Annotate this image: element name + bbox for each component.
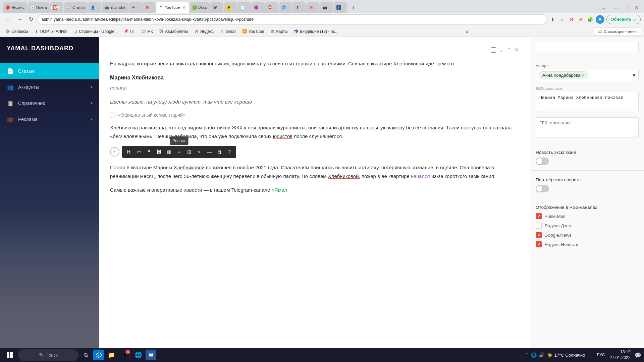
tab-favicon-6: 📺 [104, 5, 109, 10]
rss-checkbox-gnews[interactable]: ✓ [536, 232, 542, 238]
top-border-input[interactable] [536, 41, 639, 53]
bookmark-portugal[interactable]: f ПОРТУГАЛИЯ [32, 27, 70, 36]
bookmarks-more-button[interactable]: » [464, 28, 470, 35]
reading-list-button[interactable]: 📖 Список для чтения [594, 27, 641, 36]
expand-icon[interactable]: ⌃ [506, 45, 512, 55]
tab-12[interactable]: F [224, 2, 237, 13]
tab-13[interactable]: 📄 [237, 2, 251, 13]
tab-20[interactable]: f [334, 2, 347, 13]
minimize-button[interactable]: — [610, 4, 620, 11]
toolbar-heading-btn[interactable]: H [124, 147, 133, 157]
sidebar-item-articles[interactable]: 📄 Статьи [0, 63, 99, 79]
top-checkbox[interactable] [491, 47, 496, 53]
bookmark-mk[interactable]: 📰 МК [139, 27, 156, 36]
add-block-button[interactable]: + [110, 147, 119, 157]
rss-checkbox-dzen[interactable] [536, 223, 542, 229]
bookmark-google[interactable]: 📊 Страницы - Google... [70, 27, 120, 36]
toolbar-image-btn[interactable]: 🖼 [154, 147, 164, 157]
sidebar-item-accounts[interactable]: 👥 Аккаунты ▾ [0, 79, 99, 95]
toolbar-help-btn[interactable]: ? [225, 147, 234, 157]
address-input[interactable] [38, 15, 547, 24]
chrome-taskbar-icon[interactable]: 🌐 [132, 349, 144, 361]
bookmark-yandex[interactable]: Я Яндекс [192, 27, 216, 36]
author-field[interactable]: Анна Кондабарова × ▾ [536, 69, 639, 81]
tab-18[interactable]: Я [306, 2, 320, 13]
tab-list-button[interactable]: ⌄ [600, 4, 609, 11]
bookmark-inbox[interactable]: 📬 Входящие (13) - m... [291, 27, 340, 36]
bookmark-youtube[interactable]: ▶️ YouTube [239, 27, 267, 36]
tab-close-active[interactable]: ✕ [181, 5, 186, 10]
bookmark-maps[interactable]: 🗺️ Карты [268, 27, 290, 36]
seo-desc-input[interactable] [536, 117, 639, 137]
back-button[interactable]: ← [3, 15, 13, 24]
maximize-button[interactable]: ⬜ [621, 4, 631, 11]
tab-5[interactable]: 👤 [88, 2, 101, 13]
extensions-icon[interactable]: 🧩 [586, 15, 594, 23]
author-remove-button[interactable]: × [582, 73, 585, 78]
tab-10[interactable]: 🟩Docs [190, 2, 210, 13]
notification-icon[interactable]: 💬 [635, 352, 641, 358]
taskview-icon[interactable]: ⧉ [80, 349, 92, 361]
sidebar-item-advertising[interactable]: 💼 Реклама ▾ [0, 111, 99, 127]
tab-title-4: Статья [72, 5, 85, 9]
toolbar-numlist-btn[interactable]: ⊞ [184, 147, 194, 157]
yandex-icon[interactable]: Я [568, 15, 576, 23]
yandex-bm-icon: Я [194, 29, 199, 34]
refresh-button[interactable]: ↻ [26, 15, 36, 24]
tray-network-icon[interactable]: 🌐 [531, 352, 537, 358]
author-dropdown-icon[interactable]: ▾ [633, 71, 636, 79]
tab-1[interactable]: 🔴Яндекс [3, 2, 27, 13]
bookmark-avia[interactable]: ✈️ Авиабилеты [156, 27, 191, 36]
bookmark-services[interactable]: ⚙️ Сервисы [3, 27, 31, 36]
toolbar-quote-btn[interactable]: ❝ [144, 147, 154, 157]
tab-19[interactable]: 📸 [320, 2, 333, 13]
sidebar-item-reference[interactable]: 📋 Справочник ▾ [0, 95, 99, 111]
tab-4[interactable]: 📰Статья [64, 2, 88, 13]
tray-expand-icon[interactable]: ⌃ [525, 352, 529, 358]
word-taskbar-icon[interactable]: W [146, 350, 156, 360]
tab-8[interactable]: Я [142, 2, 156, 13]
new-tab-button[interactable]: + [349, 3, 358, 13]
toolbar-list-btn[interactable]: ≡ [174, 147, 184, 157]
tab-6[interactable]: 📺YouTube [102, 2, 128, 13]
yandex-icon-2[interactable]: Я [577, 15, 585, 23]
forward-button[interactable]: → [15, 15, 24, 24]
toolbar-table-btn[interactable]: ▦ [164, 147, 174, 157]
tab-2[interactable]: 📧Почта [28, 2, 50, 13]
partner-toggle[interactable] [536, 185, 549, 192]
bookmark-pt[interactable]: 📌 ПТ [121, 27, 138, 36]
seo-title-input[interactable]: Певица Марина Хлебникова показал [536, 92, 639, 112]
folder-taskbar-icon[interactable]: 📁 [105, 349, 117, 361]
user-avatar[interactable]: А [596, 15, 604, 24]
tab-15[interactable]: 📮 [265, 2, 278, 13]
tray-volume-icon[interactable]: 🔊 [539, 352, 544, 358]
telegram-taskbar-icon[interactable]: ✈ 78 [119, 349, 131, 361]
official-comment-checkbox[interactable] [110, 113, 115, 118]
update-button[interactable]: Обновить ⌄ [606, 15, 641, 24]
rss-checkbox-pulse[interactable]: ✓ [536, 213, 542, 219]
close-button[interactable]: ✕ [632, 4, 641, 11]
bookmark-gmail[interactable]: 📧 Gmail [217, 27, 239, 36]
bookmark-star-icon[interactable]: ☆ [558, 15, 566, 23]
toolbar-embed-btn[interactable]: < [195, 147, 204, 157]
tab-11[interactable]: W [210, 2, 223, 13]
tab-3[interactable]: H&M [50, 2, 63, 13]
delete-block-icon[interactable]: ✕ [514, 45, 519, 55]
clock[interactable]: 18:19 27.01.2022 [609, 349, 631, 361]
search-taskbar[interactable]: 🔍 Поиск [18, 349, 78, 361]
download-icon[interactable]: ⬇ [549, 15, 557, 23]
edge-taskbar-icon[interactable] [93, 350, 104, 360]
exclusive-toggle[interactable] [536, 158, 549, 165]
tab-active[interactable]: Y YouTube ✕ [156, 2, 189, 13]
collapse-icon[interactable]: ⌄ [499, 45, 504, 55]
toolbar-divider-btn[interactable]: — [205, 147, 214, 157]
tab-16[interactable]: 🌀 [279, 2, 292, 13]
start-button[interactable] [3, 349, 17, 361]
toolbar-delete-btn[interactable]: 🗑 [215, 147, 224, 157]
tab-favicon-20: f [336, 5, 341, 10]
tab-7[interactable]: ✈ [128, 2, 142, 13]
tab-14[interactable]: 🟣 [251, 2, 265, 13]
tab-17[interactable]: T [292, 2, 306, 13]
rss-checkbox-ynews[interactable]: ✓ [536, 241, 542, 247]
toolbar-box-btn[interactable]: ▭ [134, 147, 144, 157]
